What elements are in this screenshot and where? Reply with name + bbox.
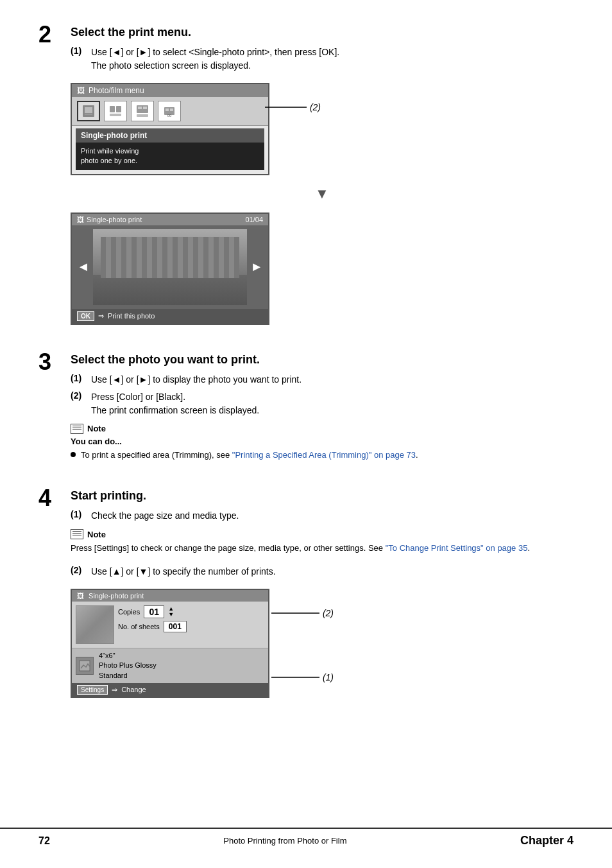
svg-rect-5 [110, 114, 121, 116]
step-4-sub1-text: Check the page size and media type. [91, 509, 574, 523]
step-3-sub1-num: (1) [71, 373, 91, 383]
copies-value: 01 [144, 605, 164, 618]
svg-rect-12 [170, 108, 173, 111]
media-quality: Standard [99, 671, 157, 681]
svg-rect-2 [85, 114, 92, 115]
step-4-sub1-num: (1) [71, 509, 91, 519]
svg-rect-3 [110, 106, 115, 112]
screen1-icon-1 [77, 101, 100, 121]
note-4-header: Note [71, 529, 574, 539]
step-4-block: 4 Start printing. (1) Check the page siz… [38, 489, 574, 708]
step-3-note: Note You can do... To print a specified … [71, 424, 574, 462]
photo-nav-right[interactable]: ► [250, 259, 263, 274]
step-4-sub2-text: Use [▲] or [▼] to specify the number of … [91, 565, 574, 578]
screen2-header-count: 01/04 [245, 216, 263, 223]
screen-settings: 🖼 Single-photo print Copies 01 [71, 589, 269, 698]
copies-arrows[interactable]: ▲ ▼ [168, 606, 174, 618]
svg-rect-8 [143, 107, 147, 109]
no-sheets-row: No. of sheets 001 [118, 621, 264, 632]
screen1-container: 🖼 Photo/film menu [71, 83, 574, 175]
screen2-header-title: Single-photo print [87, 216, 142, 223]
callout-2-step4-label: (2) [323, 608, 334, 618]
screen1-icon-4: 00 [158, 101, 181, 121]
settings-btn[interactable]: Settings [77, 685, 108, 695]
settings-body: Copies 01 ▲ ▼ No. of sheets 001 [72, 602, 268, 648]
photo-nav-left[interactable]: ◄ [77, 259, 90, 274]
settings-right: Copies 01 ▲ ▼ No. of sheets 001 [118, 605, 264, 644]
screen1-icon-2 [104, 101, 127, 121]
copies-label: Copies [118, 608, 140, 616]
step-2-sub1-text: Use [◄] or [►] to select <Single-photo p… [91, 46, 574, 73]
page: 2 Select the print menu. (1) Use [◄] or … [0, 0, 612, 868]
footer-chapter: Chapter 4 [520, 834, 574, 847]
photo-placeholder [93, 229, 247, 305]
step-3-title: Select the photo you want to print. [71, 353, 574, 367]
copies-row: Copies 01 ▲ ▼ [118, 605, 264, 618]
step-2-number: 2 [38, 23, 71, 46]
screen1-wrapper: 🖼 Photo/film menu [71, 83, 269, 175]
note-3-label: Note [87, 424, 106, 433]
step-3-sub2-text: Press [Color] or [Black]. The print conf… [91, 390, 574, 417]
svg-rect-1 [85, 107, 92, 113]
footer-print-text: Print this photo [108, 312, 155, 320]
media-size: 4"x6" [99, 651, 157, 661]
step-4-sub2-num: (2) [71, 565, 91, 575]
step-4-title: Start printing. [71, 489, 574, 503]
arrow-down: ▼ [71, 186, 574, 202]
callout-1-step4: (1) [271, 672, 334, 682]
footer-page-num: 72 [38, 835, 50, 847]
screen1-icon-3 [131, 101, 154, 121]
page-footer: 72 Photo Printing from Photo or Film Cha… [0, 828, 612, 853]
media-icon [76, 657, 94, 675]
svg-rect-4 [116, 106, 121, 112]
screen2-photo: 🖼 Single-photo print 01/04 ◄ ► [71, 213, 269, 325]
screen1-icon: 🖼 [77, 86, 85, 95]
note-4-label: Note [87, 530, 106, 539]
settings-header-text: Single-photo print [89, 592, 144, 600]
step-3-block: 3 Select the photo you want to print. (1… [38, 353, 574, 472]
footer-center-text: Photo Printing from Photo or Film [223, 836, 346, 846]
screen-settings-wrapper: 🖼 Single-photo print Copies 01 [71, 589, 269, 698]
step-4-note: Note Press [Settings] to check or change… [71, 529, 574, 555]
step-3-sub2-num: (2) [71, 390, 91, 401]
note-3-bullet: To print a specified area (Trimming), se… [71, 449, 574, 462]
note-3-subhead: You can do... [71, 437, 574, 446]
settings-media-row: 4"x6" Photo Plus Glossy Standard [72, 648, 268, 683]
building-image [93, 229, 247, 305]
svg-text:00: 00 [167, 114, 172, 117]
screen-settings-container: 🖼 Single-photo print Copies 01 [71, 589, 574, 698]
screen2-footer: OK ⇒ Print this photo [72, 309, 268, 324]
settings-header-icon: 🖼 [77, 592, 84, 600]
copies-down-arrow[interactable]: ▼ [168, 612, 174, 618]
ok-button[interactable]: OK [77, 311, 94, 321]
settings-footer-text: Change [121, 686, 146, 693]
settings-footer-arrow: ⇒ [112, 686, 117, 694]
step-4-number: 4 [38, 487, 71, 510]
step-3-content: Select the photo you want to print. (1) … [71, 353, 574, 472]
callout-2-step2: (2) [265, 102, 321, 112]
screen2-container: 🖼 Single-photo print 01/04 ◄ ► [71, 213, 574, 325]
step-2-sub1-num: (1) [71, 46, 91, 56]
step-4-sub2: (2) Use [▲] or [▼] to specify the number… [71, 565, 574, 578]
step-3-sub2: (2) Press [Color] or [Black]. The print … [71, 390, 574, 417]
photo-display: ◄ ► [72, 225, 268, 309]
step-3-sub1-text: Use [◄] or [►] to display the photo you … [91, 373, 574, 386]
step-2-block: 2 Select the print menu. (1) Use [◄] or … [38, 26, 574, 335]
screen1-menu-item: Single-photo print [76, 128, 264, 143]
screen2-header-icon: 🖼 [77, 216, 84, 223]
callout-1-step4-label: (1) [323, 672, 334, 682]
screen1-photo-film-menu: 🖼 Photo/film menu [71, 83, 269, 175]
bullet-dot [71, 452, 76, 457]
screen1-title-text: Photo/film menu [89, 86, 144, 95]
sheets-label: No. of sheets [118, 623, 160, 630]
svg-rect-7 [138, 107, 142, 109]
step-3-sub1: (1) Use [◄] or [►] to display the photo … [71, 373, 574, 386]
settings-thumbnail [76, 605, 114, 644]
note-3-header: Note [71, 424, 574, 434]
step-2-content: Select the print menu. (1) Use [◄] or [►… [71, 26, 574, 335]
media-type: Photo Plus Glossy [99, 661, 157, 670]
screen2-header-left: 🖼 Single-photo print [77, 216, 142, 223]
note-3-text: To print a specified area (Trimming), se… [81, 449, 418, 462]
sheets-value: 001 [164, 621, 187, 632]
svg-rect-9 [137, 114, 148, 117]
